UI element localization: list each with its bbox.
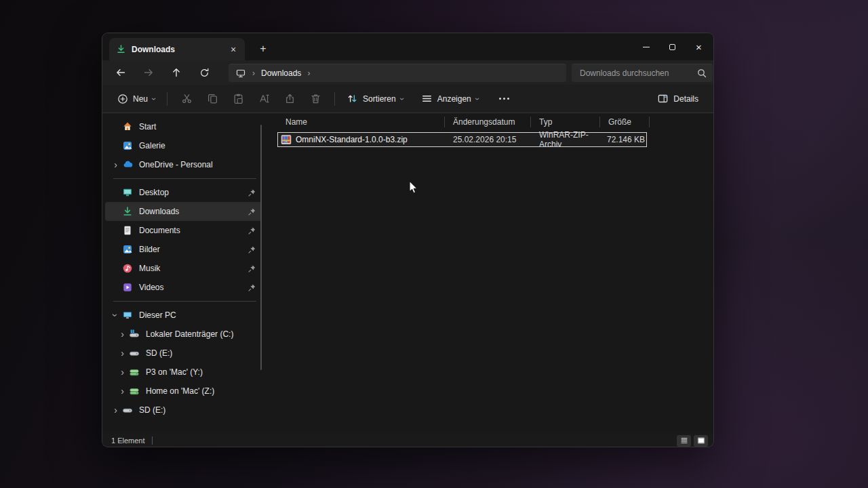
sidebar-item-dieser-pc[interactable]: › Dieser PC (105, 306, 262, 325)
file-explorer-window: Downloads × + × › Downloads › (102, 33, 714, 447)
copy-button[interactable] (201, 88, 224, 110)
this-pc-icon (235, 68, 246, 79)
column-header-date[interactable]: Änderungsdatum (445, 117, 531, 127)
breadcrumb[interactable]: › Downloads › (229, 64, 566, 82)
chevron-right-icon[interactable]: › (307, 69, 310, 77)
file-row-selected[interactable]: OmniNX-Standard-1.0.0-b3.zip 25.02.2026 … (277, 132, 647, 147)
more-options-button[interactable] (492, 98, 516, 100)
toolbar-divider (167, 92, 167, 106)
pin-icon (248, 283, 256, 292)
chevron-down-icon: › (150, 98, 158, 100)
pin-icon (248, 207, 256, 216)
new-button[interactable]: Neu › (112, 88, 161, 110)
sidebar-item-drive-c[interactable]: › Lokaler Datenträger (C:) (105, 325, 262, 344)
details-pane-button[interactable]: Details (652, 88, 704, 110)
chevron-right-icon[interactable]: › (121, 367, 124, 377)
cut-button[interactable] (175, 88, 198, 110)
column-header-name[interactable]: Name (277, 117, 445, 127)
refresh-icon (199, 68, 210, 78)
chevron-down-icon[interactable]: › (111, 314, 120, 317)
up-button[interactable] (166, 63, 186, 82)
sidebar-item-label: Start (139, 122, 156, 131)
column-headers: Name Änderungsdatum Typ Größe (277, 115, 713, 129)
file-date: 25.02.2026 20:15 (445, 135, 531, 144)
sidebar-item-downloads[interactable]: Downloads (105, 202, 262, 221)
sidebar-separator (113, 297, 256, 306)
sidebar-item-documents[interactable]: Documents (105, 221, 262, 240)
search-input[interactable] (580, 68, 696, 78)
tab-downloads[interactable]: Downloads × (109, 38, 245, 60)
sidebar-item-drive-sd-e-2[interactable]: › SD (E:) (105, 401, 262, 420)
tab-close-icon[interactable]: × (227, 43, 239, 56)
drive-c-icon (129, 329, 140, 340)
delete-button[interactable] (304, 88, 327, 110)
view-button[interactable]: Anzeigen › (416, 88, 484, 110)
sidebar-item-start[interactable]: Start (105, 117, 262, 136)
plus-circle-icon (117, 94, 128, 104)
sidebar-item-onedrive[interactable]: › OneDrive - Personal (105, 155, 262, 174)
chevron-right-icon[interactable]: › (121, 329, 124, 339)
dot-icon (499, 98, 501, 100)
sidebar-item-galerie[interactable]: Galerie (105, 136, 262, 155)
share-button[interactable] (278, 88, 301, 110)
new-tab-button[interactable]: + (254, 40, 272, 58)
download-icon (122, 206, 133, 217)
sidebar-item-bilder[interactable]: Bilder (105, 240, 262, 259)
refresh-button[interactable] (194, 63, 214, 82)
sidebar-item-label: SD (E:) (146, 348, 172, 358)
sidebar-item-label: Galerie (139, 141, 165, 150)
sidebar-item-label: OneDrive - Personal (139, 160, 213, 169)
paste-button[interactable] (226, 88, 250, 110)
winrar-zip-icon (281, 134, 292, 145)
new-button-label: Neu (133, 94, 148, 104)
item-count: 1 Element (111, 436, 145, 445)
thumbnail-view-toggle[interactable] (694, 435, 708, 447)
chevron-right-icon[interactable]: › (114, 160, 117, 169)
view-button-label: Anzeigen (437, 94, 471, 104)
sidebar-item-musik[interactable]: Musik (105, 259, 262, 278)
minimize-button[interactable] (633, 33, 659, 60)
share-icon (284, 93, 296, 104)
network-drive-icon (129, 386, 140, 396)
forward-button[interactable] (138, 63, 159, 82)
column-header-type[interactable]: Typ (531, 117, 600, 127)
tab-bar: Downloads × + × (102, 33, 713, 60)
details-view-toggle[interactable] (677, 435, 691, 447)
back-button[interactable] (111, 63, 131, 82)
maximize-button[interactable] (659, 33, 686, 60)
status-divider (152, 436, 153, 445)
file-list: Name Änderungsdatum Typ Größe OmniNX-Sta… (269, 113, 713, 433)
sort-button[interactable]: Sortieren › (341, 88, 409, 110)
sidebar-item-drive-p3-mac[interactable]: › P3 on 'Mac' (Y:) (105, 363, 262, 382)
chevron-down-icon: › (398, 98, 406, 100)
chevron-right-icon[interactable]: › (121, 386, 124, 396)
details-button-label: Details (673, 94, 698, 104)
file-size: 72.146 KB (600, 135, 645, 144)
sidebar-item-label: SD (E:) (139, 405, 165, 415)
music-icon (122, 263, 133, 274)
minimize-icon (643, 47, 650, 47)
close-button[interactable]: × (686, 33, 712, 60)
download-icon (116, 44, 126, 54)
details-panel-icon (657, 93, 669, 104)
search-icon (696, 68, 707, 79)
chevron-right-icon[interactable]: › (121, 348, 124, 358)
sidebar-item-videos[interactable]: Videos (105, 278, 262, 297)
sidebar-item-label: Lokaler Datenträger (C:) (146, 329, 233, 339)
sidebar-item-drive-home-mac[interactable]: › Home on 'Mac' (Z:) (105, 382, 262, 401)
sidebar-item-desktop[interactable]: Desktop (105, 183, 262, 202)
up-icon (171, 67, 182, 78)
address-bar: › Downloads › (102, 60, 713, 85)
sidebar-item-drive-sd-e[interactable]: › SD (E:) (105, 344, 262, 363)
chevron-right-icon[interactable]: › (252, 69, 255, 77)
column-header-size[interactable]: Größe (600, 117, 650, 127)
chevron-right-icon[interactable]: › (114, 405, 117, 415)
rename-button[interactable] (252, 88, 275, 110)
maximize-icon (669, 44, 675, 50)
breadcrumb-segment-downloads[interactable]: Downloads (261, 68, 301, 78)
sidebar-item-label: Downloads (139, 207, 179, 216)
sidebar-item-label: Documents (139, 226, 180, 235)
pin-icon (248, 245, 256, 254)
forward-icon (143, 67, 154, 78)
sidebar-scrollbar[interactable] (260, 125, 262, 370)
